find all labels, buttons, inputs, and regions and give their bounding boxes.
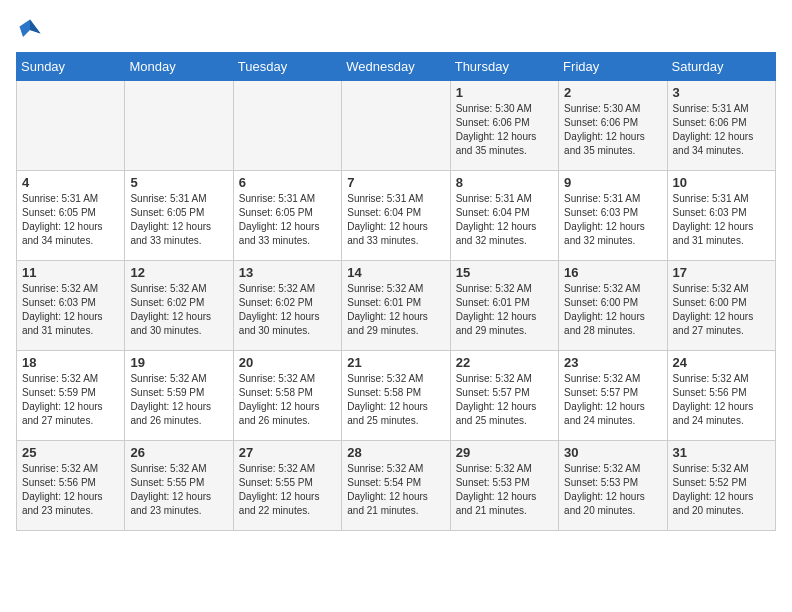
day-info: Sunrise: 5:32 AM Sunset: 6:02 PM Dayligh… [130, 282, 227, 338]
day-info: Sunrise: 5:32 AM Sunset: 6:01 PM Dayligh… [347, 282, 444, 338]
day-number: 1 [456, 85, 553, 100]
calendar-cell: 14Sunrise: 5:32 AM Sunset: 6:01 PM Dayli… [342, 261, 450, 351]
week-row-2: 4Sunrise: 5:31 AM Sunset: 6:05 PM Daylig… [17, 171, 776, 261]
calendar-cell: 24Sunrise: 5:32 AM Sunset: 5:56 PM Dayli… [667, 351, 775, 441]
day-info: Sunrise: 5:32 AM Sunset: 6:02 PM Dayligh… [239, 282, 336, 338]
day-number: 9 [564, 175, 661, 190]
day-number: 7 [347, 175, 444, 190]
day-info: Sunrise: 5:32 AM Sunset: 5:54 PM Dayligh… [347, 462, 444, 518]
day-header-tuesday: Tuesday [233, 53, 341, 81]
day-info: Sunrise: 5:30 AM Sunset: 6:06 PM Dayligh… [456, 102, 553, 158]
header [16, 16, 776, 44]
day-info: Sunrise: 5:31 AM Sunset: 6:05 PM Dayligh… [239, 192, 336, 248]
day-info: Sunrise: 5:32 AM Sunset: 5:57 PM Dayligh… [564, 372, 661, 428]
day-number: 12 [130, 265, 227, 280]
day-number: 25 [22, 445, 119, 460]
day-info: Sunrise: 5:32 AM Sunset: 5:57 PM Dayligh… [456, 372, 553, 428]
day-number: 18 [22, 355, 119, 370]
header-row: SundayMondayTuesdayWednesdayThursdayFrid… [17, 53, 776, 81]
calendar-cell: 28Sunrise: 5:32 AM Sunset: 5:54 PM Dayli… [342, 441, 450, 531]
day-number: 5 [130, 175, 227, 190]
day-info: Sunrise: 5:32 AM Sunset: 5:58 PM Dayligh… [347, 372, 444, 428]
day-info: Sunrise: 5:31 AM Sunset: 6:04 PM Dayligh… [347, 192, 444, 248]
day-number: 21 [347, 355, 444, 370]
day-number: 23 [564, 355, 661, 370]
day-info: Sunrise: 5:32 AM Sunset: 5:52 PM Dayligh… [673, 462, 770, 518]
calendar-cell: 18Sunrise: 5:32 AM Sunset: 5:59 PM Dayli… [17, 351, 125, 441]
calendar-cell: 1Sunrise: 5:30 AM Sunset: 6:06 PM Daylig… [450, 81, 558, 171]
day-header-saturday: Saturday [667, 53, 775, 81]
calendar-cell: 16Sunrise: 5:32 AM Sunset: 6:00 PM Dayli… [559, 261, 667, 351]
day-number: 19 [130, 355, 227, 370]
day-header-wednesday: Wednesday [342, 53, 450, 81]
calendar-cell: 29Sunrise: 5:32 AM Sunset: 5:53 PM Dayli… [450, 441, 558, 531]
day-number: 31 [673, 445, 770, 460]
calendar-table: SundayMondayTuesdayWednesdayThursdayFrid… [16, 52, 776, 531]
calendar-cell: 7Sunrise: 5:31 AM Sunset: 6:04 PM Daylig… [342, 171, 450, 261]
day-info: Sunrise: 5:31 AM Sunset: 6:06 PM Dayligh… [673, 102, 770, 158]
day-number: 2 [564, 85, 661, 100]
day-info: Sunrise: 5:32 AM Sunset: 6:01 PM Dayligh… [456, 282, 553, 338]
calendar-cell: 3Sunrise: 5:31 AM Sunset: 6:06 PM Daylig… [667, 81, 775, 171]
day-info: Sunrise: 5:31 AM Sunset: 6:03 PM Dayligh… [564, 192, 661, 248]
day-info: Sunrise: 5:32 AM Sunset: 5:53 PM Dayligh… [456, 462, 553, 518]
day-header-sunday: Sunday [17, 53, 125, 81]
calendar-cell [17, 81, 125, 171]
calendar-cell: 21Sunrise: 5:32 AM Sunset: 5:58 PM Dayli… [342, 351, 450, 441]
day-number: 24 [673, 355, 770, 370]
calendar-cell: 9Sunrise: 5:31 AM Sunset: 6:03 PM Daylig… [559, 171, 667, 261]
day-info: Sunrise: 5:32 AM Sunset: 6:00 PM Dayligh… [673, 282, 770, 338]
calendar-cell: 27Sunrise: 5:32 AM Sunset: 5:55 PM Dayli… [233, 441, 341, 531]
calendar-cell: 6Sunrise: 5:31 AM Sunset: 6:05 PM Daylig… [233, 171, 341, 261]
calendar-cell: 15Sunrise: 5:32 AM Sunset: 6:01 PM Dayli… [450, 261, 558, 351]
calendar-cell: 23Sunrise: 5:32 AM Sunset: 5:57 PM Dayli… [559, 351, 667, 441]
calendar-cell: 20Sunrise: 5:32 AM Sunset: 5:58 PM Dayli… [233, 351, 341, 441]
day-info: Sunrise: 5:32 AM Sunset: 5:56 PM Dayligh… [673, 372, 770, 428]
calendar-cell: 11Sunrise: 5:32 AM Sunset: 6:03 PM Dayli… [17, 261, 125, 351]
day-number: 13 [239, 265, 336, 280]
day-number: 20 [239, 355, 336, 370]
day-info: Sunrise: 5:30 AM Sunset: 6:06 PM Dayligh… [564, 102, 661, 158]
calendar-cell: 22Sunrise: 5:32 AM Sunset: 5:57 PM Dayli… [450, 351, 558, 441]
calendar-cell [125, 81, 233, 171]
calendar-cell: 8Sunrise: 5:31 AM Sunset: 6:04 PM Daylig… [450, 171, 558, 261]
day-header-monday: Monday [125, 53, 233, 81]
svg-marker-1 [30, 20, 41, 34]
day-info: Sunrise: 5:32 AM Sunset: 5:59 PM Dayligh… [22, 372, 119, 428]
day-info: Sunrise: 5:31 AM Sunset: 6:03 PM Dayligh… [673, 192, 770, 248]
calendar-cell: 30Sunrise: 5:32 AM Sunset: 5:53 PM Dayli… [559, 441, 667, 531]
calendar-cell: 31Sunrise: 5:32 AM Sunset: 5:52 PM Dayli… [667, 441, 775, 531]
day-number: 4 [22, 175, 119, 190]
day-info: Sunrise: 5:32 AM Sunset: 5:55 PM Dayligh… [130, 462, 227, 518]
calendar-cell [233, 81, 341, 171]
day-number: 26 [130, 445, 227, 460]
day-info: Sunrise: 5:32 AM Sunset: 5:56 PM Dayligh… [22, 462, 119, 518]
calendar-cell: 17Sunrise: 5:32 AM Sunset: 6:00 PM Dayli… [667, 261, 775, 351]
calendar-cell: 10Sunrise: 5:31 AM Sunset: 6:03 PM Dayli… [667, 171, 775, 261]
calendar-cell: 25Sunrise: 5:32 AM Sunset: 5:56 PM Dayli… [17, 441, 125, 531]
calendar-cell: 5Sunrise: 5:31 AM Sunset: 6:05 PM Daylig… [125, 171, 233, 261]
day-number: 3 [673, 85, 770, 100]
day-info: Sunrise: 5:32 AM Sunset: 5:53 PM Dayligh… [564, 462, 661, 518]
day-number: 15 [456, 265, 553, 280]
day-number: 27 [239, 445, 336, 460]
calendar-cell [342, 81, 450, 171]
week-row-5: 25Sunrise: 5:32 AM Sunset: 5:56 PM Dayli… [17, 441, 776, 531]
day-header-friday: Friday [559, 53, 667, 81]
day-number: 11 [22, 265, 119, 280]
day-info: Sunrise: 5:31 AM Sunset: 6:05 PM Dayligh… [22, 192, 119, 248]
day-number: 8 [456, 175, 553, 190]
day-number: 6 [239, 175, 336, 190]
calendar-cell: 12Sunrise: 5:32 AM Sunset: 6:02 PM Dayli… [125, 261, 233, 351]
day-number: 29 [456, 445, 553, 460]
week-row-1: 1Sunrise: 5:30 AM Sunset: 6:06 PM Daylig… [17, 81, 776, 171]
day-number: 22 [456, 355, 553, 370]
logo-icon [16, 16, 44, 44]
day-number: 17 [673, 265, 770, 280]
calendar-cell: 2Sunrise: 5:30 AM Sunset: 6:06 PM Daylig… [559, 81, 667, 171]
calendar-cell: 19Sunrise: 5:32 AM Sunset: 5:59 PM Dayli… [125, 351, 233, 441]
calendar-cell: 4Sunrise: 5:31 AM Sunset: 6:05 PM Daylig… [17, 171, 125, 261]
day-number: 16 [564, 265, 661, 280]
day-info: Sunrise: 5:31 AM Sunset: 6:04 PM Dayligh… [456, 192, 553, 248]
day-info: Sunrise: 5:32 AM Sunset: 5:59 PM Dayligh… [130, 372, 227, 428]
